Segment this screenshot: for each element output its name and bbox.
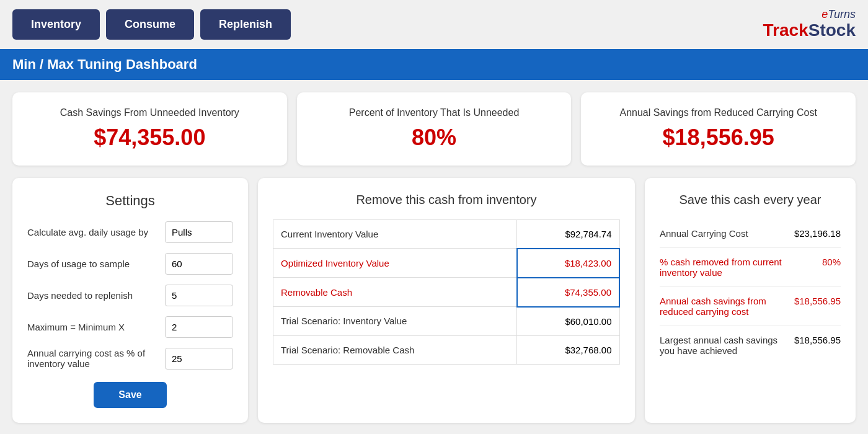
settings-label-4: Annual carrying cost as % of inventory v… — [27, 348, 165, 369]
nav-replenish-button[interactable]: Replenish — [200, 9, 291, 40]
cash-row-label-1: Optimized Inventory Value — [273, 249, 517, 278]
bottom-section: Settings Calculate avg. daily usage by D… — [12, 178, 856, 423]
header: Inventory Consume Replenish eTurns Track… — [0, 0, 868, 49]
settings-row-3: Maximum = Minimum X — [27, 316, 233, 338]
savings-value-2: $18,556.95 — [794, 296, 841, 306]
settings-row-1: Days of usage to sample — [27, 253, 233, 275]
cash-row-3: Trial Scenario: Inventory Value $60,010.… — [273, 307, 620, 336]
settings-input-2[interactable] — [165, 285, 233, 306]
metric-label-0: Cash Savings From Unneeded Inventory — [25, 107, 275, 118]
nav-inventory-button[interactable]: Inventory — [12, 9, 100, 40]
settings-row-0: Calculate avg. daily usage by — [27, 221, 233, 243]
metric-value-1: 80% — [309, 125, 559, 151]
metric-value-0: $74,355.00 — [25, 125, 275, 151]
savings-panel: Save this cash every year Annual Carryin… — [645, 178, 856, 423]
cash-row-1: Optimized Inventory Value $18,423.00 — [273, 249, 620, 278]
metric-card-1: Percent of Inventory That Is Unneeded 80… — [297, 92, 572, 166]
cash-removal-title: Remove this cash from inventory — [273, 193, 620, 207]
metric-label-1: Percent of Inventory That Is Unneeded — [309, 107, 559, 118]
settings-label-1: Days of usage to sample — [27, 259, 165, 269]
savings-value-1: 80% — [822, 257, 841, 267]
cash-row-4: Trial Scenario: Removable Cash $32,768.0… — [273, 335, 620, 364]
settings-title: Settings — [27, 193, 233, 209]
logo-trackstock: TrackStock — [763, 21, 856, 40]
cash-removal-panel: Remove this cash from inventory Current … — [258, 178, 635, 423]
save-button[interactable]: Save — [94, 382, 166, 408]
settings-input-1[interactable] — [165, 253, 233, 275]
nav-consume-button[interactable]: Consume — [106, 9, 194, 40]
metric-value-2: $18,556.95 — [593, 125, 843, 151]
savings-row-2: Annual cash savings from reduced carryin… — [660, 287, 841, 326]
settings-panel: Settings Calculate avg. daily usage by D… — [12, 178, 248, 423]
metric-cards: Cash Savings From Unneeded Inventory $74… — [12, 92, 856, 166]
cash-row-label-0: Current Inventory Value — [273, 219, 517, 249]
settings-row-4: Annual carrying cost as % of inventory v… — [27, 348, 233, 370]
settings-label-3: Maximum = Minimum X — [27, 322, 165, 332]
savings-value-0: $23,196.18 — [794, 228, 841, 239]
savings-row-1: % cash removed from current inventory va… — [660, 248, 841, 287]
cash-removal-table: Current Inventory Value $92,784.74 Optim… — [273, 219, 620, 365]
settings-label-0: Calculate avg. daily usage by — [27, 227, 165, 237]
metric-label-2: Annual Savings from Reduced Carrying Cos… — [593, 107, 843, 118]
cash-row-value-1: $18,423.00 — [517, 249, 619, 278]
settings-input-3[interactable] — [165, 316, 233, 338]
savings-title: Save this cash every year — [660, 193, 841, 207]
cash-row-value-4: $32,768.00 — [517, 335, 619, 364]
cash-row-2: Removable Cash $74,355.00 — [273, 278, 620, 307]
savings-value-3: $18,556.95 — [794, 335, 841, 345]
cash-row-value-3: $60,010.00 — [517, 307, 619, 336]
logo: eTurns TrackStock — [763, 9, 856, 40]
settings-label-2: Days needed to replenish — [27, 290, 165, 301]
savings-row-3: Largest annual cash savings you have ach… — [660, 326, 841, 365]
logo-eturns: eTurns — [763, 9, 856, 21]
savings-label-0: Annual Carrying Cost — [660, 228, 794, 239]
dashboard-title-bar: Min / Max Tuning Dashboard — [0, 49, 868, 80]
cash-row-value-0: $92,784.74 — [517, 219, 619, 249]
main-content: Cash Savings From Unneeded Inventory $74… — [0, 80, 868, 434]
savings-label-2: Annual cash savings from reduced carryin… — [660, 296, 794, 317]
settings-input-0[interactable] — [165, 221, 233, 243]
cash-row-label-2: Removable Cash — [273, 278, 517, 307]
cash-row-label-3: Trial Scenario: Inventory Value — [273, 307, 517, 336]
settings-input-4[interactable] — [165, 348, 233, 370]
savings-row-0: Annual Carrying Cost $23,196.18 — [660, 219, 841, 248]
savings-label-1: % cash removed from current inventory va… — [660, 257, 822, 278]
metric-card-0: Cash Savings From Unneeded Inventory $74… — [12, 92, 287, 166]
metric-card-2: Annual Savings from Reduced Carrying Cos… — [581, 92, 856, 166]
cash-row-value-2: $74,355.00 — [517, 278, 619, 307]
cash-row-0: Current Inventory Value $92,784.74 — [273, 219, 620, 249]
savings-label-3: Largest annual cash savings you have ach… — [660, 335, 794, 356]
nav-buttons: Inventory Consume Replenish — [12, 9, 291, 40]
settings-row-2: Days needed to replenish — [27, 285, 233, 306]
dashboard-title: Min / Max Tuning Dashboard — [12, 56, 197, 72]
cash-row-label-4: Trial Scenario: Removable Cash — [273, 335, 517, 364]
